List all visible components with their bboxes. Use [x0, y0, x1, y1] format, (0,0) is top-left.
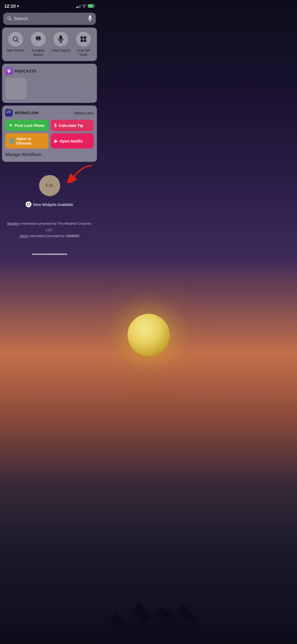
globe-icon: 🌐: [9, 139, 14, 144]
red-arrow-indicator: [57, 164, 94, 184]
svg-rect-34: [7, 111, 7, 111]
svg-rect-40: [9, 112, 10, 112]
svg-rect-37: [10, 111, 11, 111]
workflow-card: WORKFLOW Show Less ✦ Post Last Photo $ C…: [2, 105, 97, 162]
dollar-icon: $: [54, 123, 57, 128]
edit-section: Edit 11 New Widgets Available: [0, 164, 99, 213]
status-time: 12:10 ✈: [4, 4, 19, 9]
svg-rect-26: [84, 40, 85, 41]
svg-rect-41: [10, 112, 11, 112]
post-last-photo-label: Post Last Photo: [15, 123, 45, 128]
podcast-thumbnail[interactable]: [5, 78, 26, 99]
home-indicator: [0, 250, 99, 259]
status-bar: 12:10 ✈: [0, 0, 99, 11]
show-less-button[interactable]: Show Less: [74, 111, 94, 115]
svg-rect-44: [9, 113, 10, 113]
svg-point-31: [15, 86, 17, 88]
svg-rect-38: [7, 112, 7, 112]
search-bar-container: Search: [0, 11, 99, 27]
widgets-badge: 11 New Widgets Available: [26, 201, 73, 207]
svg-rect-25: [82, 40, 82, 41]
search-bar[interactable]: Search: [3, 13, 96, 25]
svg-rect-16: [59, 35, 62, 40]
search-input-placeholder[interactable]: Search: [14, 16, 86, 21]
workflow-app-icon: [5, 109, 13, 117]
voice-search-label: Voice Search: [51, 49, 70, 53]
new-search-action[interactable]: New Search: [5, 32, 26, 57]
svg-rect-23: [82, 37, 82, 38]
incognito-search-label: Incognito Search: [28, 49, 49, 57]
svg-rect-4: [88, 5, 93, 7]
svg-rect-13: [36, 37, 40, 39]
widgets-count-badge: 11: [26, 201, 31, 207]
svg-point-15: [39, 39, 40, 40]
manage-workflows-link[interactable]: Manage Workflows...: [5, 151, 94, 158]
new-search-label: New Search: [7, 49, 24, 53]
podcasts-header: PODCASTS: [5, 67, 94, 75]
footer-weather-info: information provided by The Weather Chan…: [20, 222, 92, 232]
workflow-header: WORKFLOW Show Less: [5, 109, 94, 117]
svg-rect-43: [8, 113, 8, 113]
home-bar: [32, 254, 67, 255]
open-in-chrome-button[interactable]: 🌐 Open in Chrome: [5, 133, 49, 149]
svg-rect-45: [10, 113, 11, 113]
svg-rect-36: [9, 111, 10, 111]
podcasts-app-icon: [5, 67, 13, 75]
battery-icon: [88, 4, 95, 9]
scan-qr-action[interactable]: Scan QR Code: [73, 32, 94, 57]
open-netflix-button[interactable]: ▶ Open Netflix: [51, 133, 94, 149]
status-icons: [76, 4, 95, 9]
voice-search-icon-circle: [53, 32, 68, 47]
open-in-chrome-label: Open in Chrome: [16, 136, 45, 145]
footer-weather-line: Weather information provided by The Weat…: [5, 220, 94, 233]
scan-qr-label: Scan QR Code: [73, 49, 94, 57]
widgets-available-label: New Widgets Available: [33, 202, 73, 207]
play-icon: ▶: [54, 139, 58, 144]
svg-point-27: [8, 70, 10, 72]
footer-stock-info: information provided by: [28, 234, 66, 238]
search-icon: [7, 16, 12, 22]
weather-link[interactable]: Weather: [7, 222, 20, 226]
workflow-title: WORKFLOW: [15, 111, 39, 115]
stock-link[interactable]: Stock: [20, 234, 29, 238]
location-arrow-icon: ✈: [17, 4, 19, 8]
workflow-header-left: WORKFLOW: [5, 109, 39, 117]
voice-search-action[interactable]: Voice Search: [51, 32, 71, 57]
svg-rect-42: [7, 113, 7, 113]
svg-line-11: [17, 40, 18, 42]
podcasts-title: PODCASTS: [15, 69, 36, 73]
svg-rect-35: [8, 111, 8, 111]
new-search-icon-circle: [8, 32, 23, 47]
svg-rect-39: [8, 112, 8, 112]
calculate-tip-label: Calculate Tip: [59, 123, 83, 128]
calculate-tip-button[interactable]: $ Calculate Tip: [51, 120, 94, 131]
workflow-buttons-grid: ✦ Post Last Photo $ Calculate Tip 🌐 Open…: [5, 120, 94, 149]
quick-actions-card: New Search Incognito Search: [2, 27, 97, 61]
hashtag-icon: ✦: [9, 123, 12, 128]
podcasts-card: PODCASTS: [2, 64, 97, 103]
wifi-icon: [82, 4, 86, 9]
signal-strength-icon: [76, 5, 81, 8]
svg-rect-24: [84, 37, 85, 38]
footer-stock-line: Stock information provided by YAHOO!: [5, 233, 94, 239]
incognito-search-icon-circle: [31, 32, 46, 47]
svg-line-6: [10, 19, 11, 20]
yahoo-logo: YAHOO!: [66, 234, 79, 238]
mic-icon[interactable]: [88, 15, 92, 22]
incognito-search-action[interactable]: Incognito Search: [28, 32, 49, 57]
svg-point-14: [36, 39, 38, 40]
svg-rect-7: [89, 15, 91, 19]
open-netflix-label: Open Netflix: [60, 139, 83, 143]
post-last-photo-button[interactable]: ✦ Post Last Photo: [5, 120, 49, 131]
quick-actions-grid: New Search Incognito Search: [5, 32, 94, 57]
scan-qr-icon-circle: [76, 32, 91, 47]
footer: Weather information provided by The Weat…: [0, 213, 99, 250]
